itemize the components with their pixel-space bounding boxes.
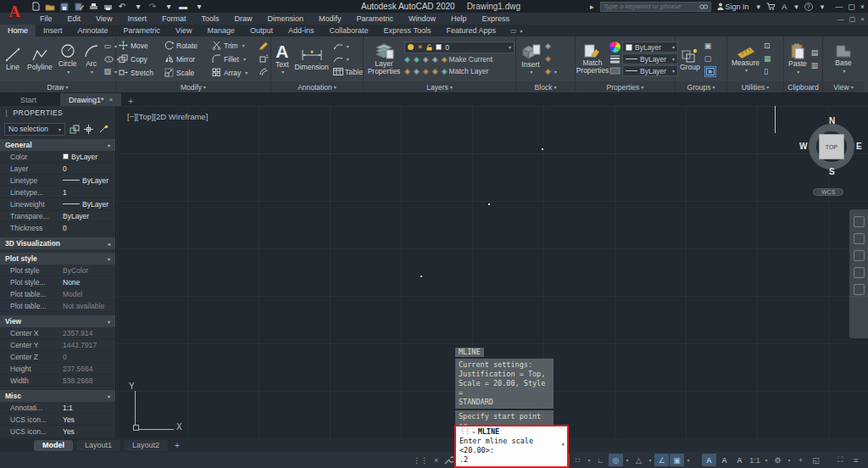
fillet-tool[interactable]: Fillet▾ bbox=[212, 54, 256, 64]
section-plot-style[interactable]: Plot style▾ bbox=[0, 253, 115, 265]
dimension-tool[interactable]: Dimension bbox=[293, 47, 331, 72]
group-selection-toggle[interactable] bbox=[704, 66, 716, 77]
autocad-logo-icon[interactable]: A bbox=[2, 0, 27, 24]
search-icon[interactable] bbox=[699, 3, 708, 10]
insert-block-tool[interactable]: Insert ▾ bbox=[519, 42, 542, 76]
property-row-plot-table-attached[interactable]: Plot table...Model bbox=[0, 288, 115, 300]
layer-freeze-icon[interactable]: ◈ bbox=[423, 56, 429, 64]
search-expand-icon[interactable]: ▸ bbox=[590, 3, 594, 11]
isodraft-toggle[interactable]: △ bbox=[632, 454, 646, 466]
polar-tracking-toggle[interactable]: ◎ bbox=[609, 454, 623, 466]
viewcube-south[interactable]: S bbox=[829, 167, 835, 176]
tab-model[interactable]: Model bbox=[34, 440, 73, 451]
point-object[interactable] bbox=[420, 276, 422, 277]
wcs-button[interactable]: WCS bbox=[813, 188, 843, 196]
panel-label-layers[interactable]: Layers▾ bbox=[364, 81, 515, 92]
property-row-thickness[interactable]: Thickness0 bbox=[0, 222, 115, 234]
zoom-extents-icon[interactable] bbox=[854, 250, 865, 261]
polyline-tool[interactable]: Polyline bbox=[25, 46, 54, 72]
help-dropdown-icon[interactable]: ▾ bbox=[821, 3, 825, 11]
panel-label-utilities[interactable]: Utilities▾ bbox=[727, 81, 783, 92]
isolate-objects[interactable]: ◱ bbox=[809, 454, 823, 466]
viewcube-east[interactable]: E bbox=[856, 142, 862, 151]
scale-dropdown-icon[interactable]: ▾ bbox=[763, 454, 770, 466]
object-snap-tracking-toggle[interactable]: ∠ bbox=[654, 454, 669, 466]
doc-restore-button[interactable]: ▢ bbox=[849, 15, 856, 23]
selection-dropdown[interactable]: No selection▾ bbox=[4, 123, 65, 136]
property-row-layer[interactable]: Layer0 bbox=[0, 163, 115, 175]
create-block-tool[interactable]: ◈ bbox=[545, 41, 557, 52]
doc-close-button[interactable]: × bbox=[860, 15, 865, 23]
write-block-tool[interactable]: ◈ bbox=[545, 53, 557, 64]
layer-isolate-icon[interactable]: ◈ bbox=[414, 56, 420, 64]
viewcube-west[interactable]: W bbox=[799, 142, 807, 151]
section-3d-visualization[interactable]: 3D Visualization◂ bbox=[0, 237, 115, 249]
scale-tool[interactable]: Scale bbox=[164, 68, 212, 77]
menu-modify[interactable]: Modify bbox=[311, 13, 349, 25]
annotation-visibility-toggle[interactable]: A bbox=[702, 454, 716, 466]
measure-tool[interactable]: Measure ▾ bbox=[730, 44, 761, 75]
showmotion-icon[interactable] bbox=[854, 284, 865, 295]
qat-customize-icon[interactable]: ▬ bbox=[178, 2, 188, 11]
group-edit-tool[interactable]: ▢ bbox=[704, 53, 716, 64]
section-view[interactable]: View▾ bbox=[0, 315, 115, 327]
command-typed-input[interactable]: .2 bbox=[459, 455, 564, 465]
layer-dropdown[interactable]: ☀ 0 ▾ bbox=[404, 42, 515, 53]
property-row-plot-style[interactable]: Plot styleByColor bbox=[0, 265, 115, 276]
redo-dropdown-icon[interactable]: ▾ bbox=[164, 2, 174, 11]
copy-clip-tool[interactable]: ▥ bbox=[811, 60, 819, 71]
tab-annotate[interactable]: Annotate bbox=[70, 25, 116, 36]
array-tool[interactable]: Array▾ bbox=[212, 68, 256, 77]
tab-start[interactable]: Start bbox=[12, 93, 45, 106]
redo-icon[interactable]: ↷ bbox=[147, 2, 158, 11]
quick-select-icon[interactable] bbox=[69, 124, 80, 135]
viewport-controls[interactable]: [−][Top][2D Wireframe] bbox=[127, 112, 208, 121]
layer-off-icon[interactable]: ◈ bbox=[404, 68, 410, 75]
panel-label-block[interactable]: Block▾ bbox=[516, 81, 575, 92]
panel-label-modify[interactable]: Modify▾ bbox=[116, 81, 270, 92]
select-objects-icon[interactable] bbox=[83, 124, 94, 135]
ribbon-minimize-dropdown-icon[interactable]: ▾ bbox=[520, 28, 523, 34]
property-row-center-z[interactable]: Center Z0 bbox=[0, 351, 115, 363]
viewcube-north[interactable]: N bbox=[829, 116, 835, 125]
menu-tools[interactable]: Tools bbox=[193, 13, 226, 25]
trim-tool[interactable]: Trim▾ bbox=[212, 41, 256, 50]
match-properties-tool[interactable]: Match Properties bbox=[578, 42, 607, 75]
new-layout-button[interactable]: + bbox=[175, 441, 180, 450]
tab-express-tools[interactable]: Express Tools bbox=[376, 25, 439, 36]
menu-draw[interactable]: Draw bbox=[226, 13, 259, 25]
save-as-icon[interactable] bbox=[74, 2, 84, 11]
close-tab-icon[interactable]: × bbox=[109, 96, 114, 103]
menu-help[interactable]: Help bbox=[443, 13, 475, 25]
print-icon[interactable] bbox=[103, 2, 113, 11]
sign-in-control[interactable]: Sign In bbox=[717, 3, 749, 11]
property-row-lineweight[interactable]: LineweightByLayer bbox=[0, 198, 115, 210]
table-tool[interactable]: Table bbox=[333, 66, 364, 77]
match-layer-tool[interactable]: ◈Match Layer bbox=[442, 67, 489, 75]
panel-label-annotation[interactable]: Annotation▾ bbox=[271, 81, 363, 92]
line-tool[interactable]: Line bbox=[3, 46, 23, 72]
layer-delete-icon[interactable]: ◈ bbox=[423, 68, 429, 75]
tab-addins[interactable]: Add-ins bbox=[281, 25, 322, 36]
commandline-close-icon[interactable]: × bbox=[434, 456, 438, 465]
commandline-customize-icon[interactable] bbox=[444, 455, 453, 465]
property-row-plot-style-table[interactable]: Plot style...None bbox=[0, 276, 115, 288]
snap-toggle[interactable]: ∷ bbox=[570, 454, 585, 466]
tab-drawing1[interactable]: Drawing1*× bbox=[60, 93, 121, 106]
point-object[interactable] bbox=[542, 148, 543, 150]
copy-tool[interactable]: Copy bbox=[119, 54, 164, 64]
explode-tool[interactable] bbox=[259, 53, 269, 64]
app-store-cart-icon[interactable] bbox=[766, 3, 776, 10]
property-row-annotation-scale[interactable]: Annotati...1:1 bbox=[0, 402, 115, 414]
panel-label-view[interactable]: View▾ bbox=[823, 81, 864, 92]
snap-dropdown-icon[interactable]: ▾ bbox=[586, 454, 593, 466]
leader-tool[interactable]: ▾ bbox=[333, 41, 364, 52]
qat-dropdown-icon[interactable]: ▾ bbox=[194, 2, 204, 11]
base-tool[interactable]: Base ▾ bbox=[833, 43, 854, 75]
rotate-tool[interactable]: Rotate bbox=[164, 41, 212, 50]
ungroup-tool[interactable]: ▣ bbox=[704, 41, 716, 52]
undo-icon[interactable]: ↶ bbox=[117, 2, 127, 11]
restore-button[interactable]: ▢ bbox=[848, 3, 855, 11]
menu-express[interactable]: Express bbox=[475, 13, 518, 25]
leader2-tool[interactable]: ▾ bbox=[333, 53, 364, 64]
